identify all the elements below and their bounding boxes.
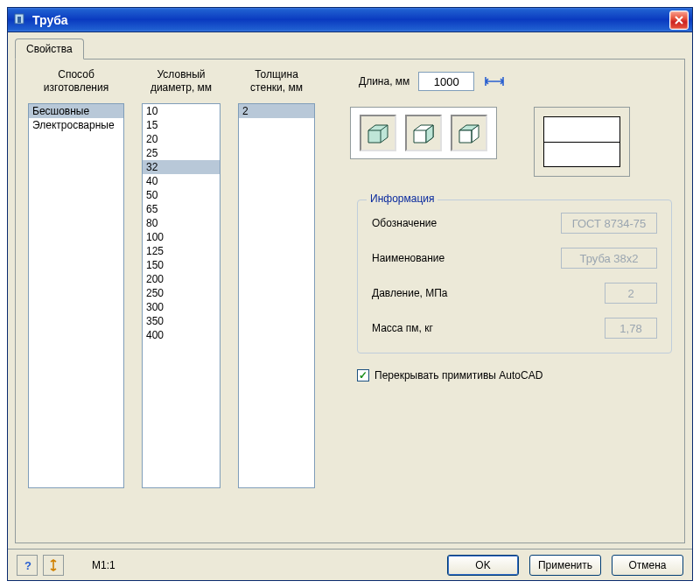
designation-value: ГОСТ 8734-75 xyxy=(561,213,657,234)
close-button[interactable] xyxy=(669,10,689,30)
col-method: Способ изготовления БесшовныеЭлектросвар… xyxy=(28,68,124,534)
list-item[interactable]: 400 xyxy=(143,328,220,342)
view-row xyxy=(350,107,672,177)
right-pane: Длина, мм xyxy=(332,68,672,534)
list-item[interactable]: 200 xyxy=(143,272,220,286)
titlebar[interactable]: Труба xyxy=(8,8,692,32)
svg-text:?: ? xyxy=(24,559,32,571)
view-top[interactable] xyxy=(451,115,487,151)
window: Труба Свойства Способ изготовления Бесшо… xyxy=(7,7,693,581)
help-button[interactable]: ? xyxy=(17,555,38,576)
tabbar: Свойства xyxy=(15,38,685,60)
length-input[interactable] xyxy=(418,72,474,91)
overlap-checkbox[interactable]: ✓ xyxy=(357,369,369,382)
dimension-icon xyxy=(483,74,506,88)
list-item[interactable]: 50 xyxy=(143,188,220,202)
list-diameter[interactable]: 1015202532405065801001251502002503003504… xyxy=(142,103,220,488)
list-item[interactable]: 80 xyxy=(143,216,220,230)
view-side[interactable] xyxy=(405,115,442,151)
length-label: Длина, мм xyxy=(359,75,410,88)
app-icon xyxy=(13,11,27,28)
name-value: Труба 38x2 xyxy=(561,248,657,269)
overlap-row[interactable]: ✓ Перекрывать примитивы AutoCAD xyxy=(357,369,672,382)
list-item[interactable]: 15 xyxy=(143,118,220,132)
list-item[interactable]: 25 xyxy=(143,146,220,160)
view-group xyxy=(350,107,497,159)
list-item[interactable]: 2 xyxy=(239,104,314,118)
mass-label: Масса пм, кг xyxy=(372,322,433,334)
col-diameter: Условный диаметр, мм 1015202532405065801… xyxy=(142,68,220,534)
list-item[interactable]: 32 xyxy=(143,160,220,174)
apply-button[interactable]: Применить xyxy=(529,555,601,576)
window-title: Труба xyxy=(32,13,669,27)
view-front[interactable] xyxy=(360,115,396,151)
list-method[interactable]: БесшовныеЭлектросварные xyxy=(28,103,124,488)
pressure-value: 2 xyxy=(605,283,657,304)
tab-properties[interactable]: Свойства xyxy=(15,38,84,60)
measure-button[interactable] xyxy=(43,555,64,576)
list-item[interactable]: 250 xyxy=(143,286,220,300)
list-item[interactable]: 150 xyxy=(143,258,220,272)
ok-button[interactable]: OK xyxy=(447,555,519,576)
list-item[interactable]: 65 xyxy=(143,202,220,216)
tabpanel: Способ изготовления БесшовныеЭлектросвар… xyxy=(15,59,685,543)
col-thickness: Толщина стенки, мм 2 xyxy=(238,68,315,534)
pressure-label: Давление, МПа xyxy=(372,287,448,299)
col-thickness-header: Толщина стенки, мм xyxy=(238,68,315,96)
list-item[interactable]: 300 xyxy=(143,300,220,314)
list-item[interactable]: 20 xyxy=(143,132,220,146)
col-diameter-header: Условный диаметр, мм xyxy=(142,68,220,96)
body: Свойства Способ изготовления БесшовныеЭл… xyxy=(8,32,692,549)
preview-drawing xyxy=(543,116,620,167)
list-item[interactable]: Бесшовные xyxy=(29,104,123,118)
info-legend: Информация xyxy=(367,192,438,205)
designation-label: Обозначение xyxy=(372,217,437,229)
mass-value: 1,78 xyxy=(605,318,657,339)
list-item[interactable]: 40 xyxy=(143,174,220,188)
svg-rect-1 xyxy=(18,17,21,23)
name-label: Наименование xyxy=(372,252,444,264)
statusbar: ? M1:1 OK Применить Отмена xyxy=(8,549,692,580)
overlap-label: Перекрывать примитивы AutoCAD xyxy=(374,369,542,382)
list-item[interactable]: Электросварные xyxy=(29,118,123,132)
list-item[interactable]: 100 xyxy=(143,230,220,244)
col-method-header: Способ изготовления xyxy=(28,68,124,96)
cancel-button[interactable]: Отмена xyxy=(612,555,683,576)
length-row: Длина, мм xyxy=(359,72,672,91)
scale-label: M1:1 xyxy=(92,559,116,571)
list-item[interactable]: 350 xyxy=(143,314,220,328)
preview-box xyxy=(534,107,630,177)
list-thickness[interactable]: 2 xyxy=(238,103,315,488)
info-group: Информация Обозначение ГОСТ 8734-75 Наим… xyxy=(357,200,672,354)
list-item[interactable]: 125 xyxy=(143,244,220,258)
list-item[interactable]: 10 xyxy=(143,104,220,118)
